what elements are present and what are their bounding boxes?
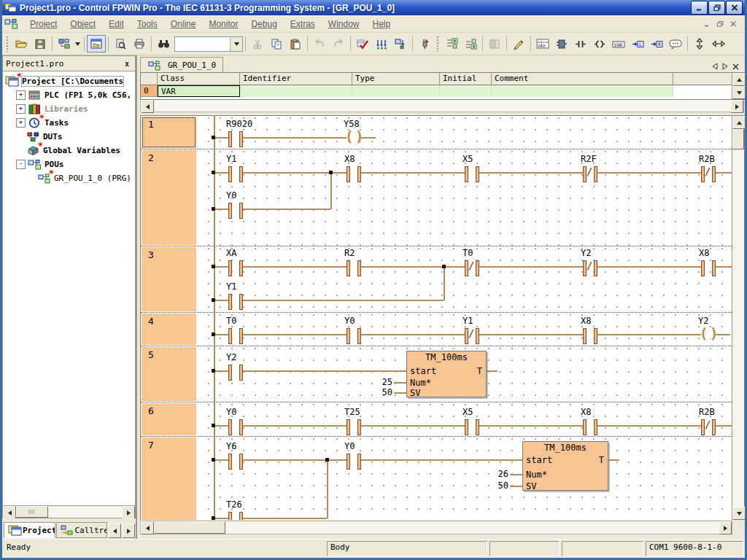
toolbar-compile-dropdown-icon[interactable] [55,35,74,52]
toolbar-compile-changed-icon[interactable] [391,35,410,52]
coil[interactable]: ( [700,325,708,341]
toolbar-compile-check-icon[interactable] [353,35,372,52]
mdi-close-button[interactable] [728,19,739,28]
ladder-hscrollbar[interactable] [140,521,732,534]
tree-item-duts[interactable]: DUTs [3,130,135,144]
toolbar-input-variable-icon[interactable]: L [628,35,647,52]
toolbar-cut-icon[interactable] [248,35,267,52]
tabs-scroll-right-icon[interactable] [122,524,135,538]
toolbar-contact-insert-icon[interactable] [571,35,590,52]
timer-pin-value[interactable]: 26 [479,469,508,479]
tab-next-icon[interactable] [722,63,728,70]
grid-scroll-down-icon[interactable] [732,86,746,99]
toolbar-copy-icon[interactable] [267,35,286,52]
ladder-vscroll-track[interactable] [732,149,744,507]
ladder-scroll-right-icon[interactable] [719,521,732,534]
grid-scroll-left-icon[interactable] [141,100,154,113]
menu-help[interactable]: Help [366,17,398,31]
mdi-minimize-button[interactable] [702,19,713,28]
grid-cell-type[interactable] [352,85,440,97]
scroll-left-icon[interactable] [3,506,16,519]
toolbar-online-plug-icon[interactable] [415,35,434,52]
toolbar-pou-header-grid-icon[interactable]: VAR [533,35,552,52]
toolbar-edit-pencil-icon[interactable] [509,35,528,52]
tab-prev-icon[interactable] [712,63,718,70]
menu-debug[interactable]: Debug [244,17,283,31]
grid-row-header[interactable]: 0 [141,85,158,97]
toolbar-output-variable-icon[interactable]: R [647,35,666,52]
rung-number-cell[interactable]: 6 [142,403,196,435]
toolbar-fit-height-icon[interactable] [690,35,709,52]
sidebar-close-icon[interactable]: x [122,59,132,69]
toolbar-print-icon[interactable] [130,35,149,52]
toolbar-coil-insert-icon[interactable] [590,35,609,52]
grid-hscrollbar[interactable] [140,100,744,112]
toolbar-find-binoculars-icon[interactable] [154,35,173,52]
rung-number-cell[interactable]: 2 [142,150,196,245]
tab-gr-pou-1-0[interactable]: GR_POU_1_0 [140,57,223,72]
coil[interactable]: ( [345,128,353,144]
scroll-thumb[interactable] [16,506,48,518]
menu-edit[interactable]: Edit [102,17,131,31]
grid-scroll-track[interactable] [154,100,730,112]
menu-tools[interactable]: Tools [131,17,164,31]
toolbar-print-preview-icon[interactable] [111,35,130,52]
compile-dropdown-arrow-icon[interactable] [74,36,82,52]
tree-item-tasks[interactable]: +*Tasks [3,116,135,130]
menu-project[interactable]: Project [23,17,63,31]
toolbar-compile-all-icon[interactable] [372,35,391,52]
tree-expander-icon[interactable]: - [16,160,26,169]
menu-object[interactable]: Object [63,17,102,31]
close-button[interactable] [726,1,743,15]
sidebar-hscrollbar[interactable] [2,506,136,518]
search-combobox[interactable] [174,36,243,52]
grid-scroll-right-icon[interactable] [730,100,743,113]
toolbar-network-select-icon[interactable] [485,35,504,52]
grid-vscrollbar[interactable] [732,73,744,99]
tree-item-project-c-documents[interactable]: *Project [C:\Documents [3,74,135,88]
toolbar-variable-box-icon[interactable]: VAR [609,35,628,52]
tree-expander-icon[interactable]: + [16,90,26,100]
toolbar-grip[interactable] [436,36,440,52]
scroll-track[interactable] [48,506,122,518]
ladder-vscrollbar[interactable] [732,116,744,520]
toolbar-open-folder-icon[interactable] [12,35,31,52]
tab-close-icon[interactable] [732,63,739,70]
rung-number-cell[interactable]: 4 [142,314,196,345]
sidebar-tab-project[interactable]: Project [4,522,55,538]
toolbar-comment-bubble-icon[interactable] [666,35,685,52]
ladder-scroll-up-icon[interactable] [732,116,746,129]
ladder-hscroll-thumb[interactable] [154,521,225,534]
toolbar-insert-network-before-icon[interactable] [442,35,461,52]
coil[interactable]: ) [355,128,363,144]
ladder-scroll-down-icon[interactable] [732,507,746,520]
restore-button[interactable] [708,1,725,15]
toolbar-fit-width-icon[interactable] [709,35,728,52]
toolbar-insert-network-after-icon[interactable] [461,35,480,52]
tree-item-libraries[interactable]: +Libraries [3,102,135,116]
toolbar-grip[interactable] [6,36,9,52]
rung-number-cell[interactable]: 1 [142,117,196,148]
menu-extras[interactable]: Extras [284,17,322,31]
tree-item-plc-fp1-5-0k-c56[interactable]: +PLC (FP1 5,0k C56, [3,88,135,102]
menu-window[interactable]: Window [322,17,366,31]
tree-item-pous[interactable]: -POUs [3,158,135,171]
toolbar-function-block-icon[interactable] [552,35,571,52]
rung-number-cell[interactable]: 3 [142,247,196,311]
toolbar-save-icon[interactable] [31,35,50,52]
grid-cell-identifier[interactable] [240,85,352,97]
grid-cell-comment[interactable] [492,85,673,97]
rung-number-cell[interactable]: 7 [142,438,196,520]
toolbar-paste-icon[interactable] [286,35,305,52]
timer-block[interactable]: TM_100msstartNum*SVT [406,351,487,397]
grid-cell-class[interactable]: VAR [158,85,240,97]
minimize-button[interactable] [691,1,708,15]
scroll-right-icon[interactable] [122,506,135,519]
ladder-vscroll-thumb[interactable] [732,129,744,149]
combobox-dropdown-icon[interactable] [230,37,242,51]
menu-online[interactable]: Online [164,17,203,31]
tree-item-gr-pou-1-0-prg[interactable]: *GR_POU_1_0 (PRG) [3,171,135,185]
rung-number-cell[interactable]: 5 [142,347,196,401]
toolbar-redo-icon[interactable] [329,35,348,52]
mdi-restore-button[interactable] [715,19,726,28]
